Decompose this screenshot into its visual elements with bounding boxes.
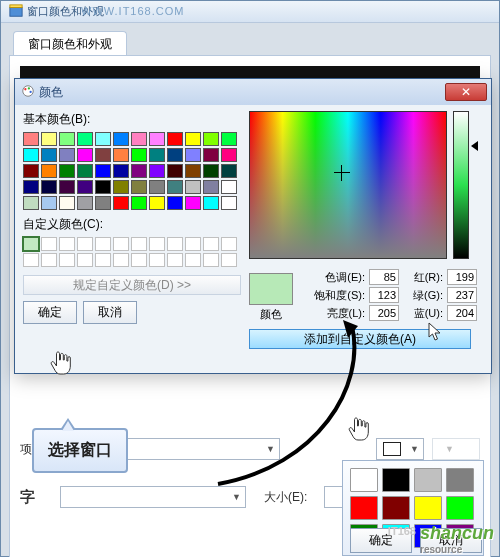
mini-color-swatch[interactable] xyxy=(446,496,474,520)
basic-color-swatch[interactable] xyxy=(59,132,75,146)
custom-color-swatch[interactable] xyxy=(77,237,93,251)
basic-color-swatch[interactable] xyxy=(59,180,75,194)
luminance-arrow-icon[interactable] xyxy=(471,141,478,151)
basic-color-swatch[interactable] xyxy=(113,132,129,146)
basic-color-swatch[interactable] xyxy=(131,132,147,146)
basic-color-swatch[interactable] xyxy=(131,180,147,194)
mini-color-swatch[interactable] xyxy=(350,468,378,492)
hue-input[interactable] xyxy=(369,269,399,285)
hue-sat-field[interactable] xyxy=(249,111,447,259)
basic-color-swatch[interactable] xyxy=(131,164,147,178)
basic-color-swatch[interactable] xyxy=(131,148,147,162)
blue-input[interactable] xyxy=(447,305,477,321)
mini-color-swatch[interactable] xyxy=(414,496,442,520)
basic-color-swatch[interactable] xyxy=(95,148,111,162)
custom-color-swatch[interactable] xyxy=(131,253,147,267)
basic-color-swatch[interactable] xyxy=(167,148,183,162)
basic-color-swatch[interactable] xyxy=(203,148,219,162)
basic-color-swatch[interactable] xyxy=(113,164,129,178)
sat-input[interactable] xyxy=(369,287,399,303)
basic-color-swatch[interactable] xyxy=(167,196,183,210)
custom-color-swatch[interactable] xyxy=(203,237,219,251)
luminance-bar[interactable] xyxy=(453,111,469,259)
custom-color-swatch[interactable] xyxy=(41,237,57,251)
custom-color-swatch[interactable] xyxy=(131,237,147,251)
custom-color-swatch[interactable] xyxy=(41,253,57,267)
basic-color-swatch[interactable] xyxy=(95,132,111,146)
basic-color-swatch[interactable] xyxy=(203,164,219,178)
basic-color-swatch[interactable] xyxy=(185,148,201,162)
custom-color-swatch[interactable] xyxy=(185,237,201,251)
basic-color-swatch[interactable] xyxy=(41,180,57,194)
basic-color-swatch[interactable] xyxy=(113,180,129,194)
custom-color-swatch[interactable] xyxy=(167,237,183,251)
basic-color-swatch[interactable] xyxy=(59,164,75,178)
basic-color-swatch[interactable] xyxy=(149,164,165,178)
mini-color-swatch[interactable] xyxy=(446,468,474,492)
custom-color-swatch[interactable] xyxy=(95,253,111,267)
custom-color-swatch[interactable] xyxy=(59,237,75,251)
custom-color-swatch[interactable] xyxy=(113,237,129,251)
custom-color-swatch[interactable] xyxy=(185,253,201,267)
basic-color-swatch[interactable] xyxy=(41,164,57,178)
basic-color-swatch[interactable] xyxy=(203,196,219,210)
basic-color-swatch[interactable] xyxy=(185,132,201,146)
basic-color-swatch[interactable] xyxy=(41,148,57,162)
close-button[interactable]: ✕ xyxy=(445,83,487,101)
color1-select[interactable]: ▼ xyxy=(376,438,424,460)
custom-color-swatch[interactable] xyxy=(149,253,165,267)
basic-color-swatch[interactable] xyxy=(59,148,75,162)
basic-color-swatch[interactable] xyxy=(221,148,237,162)
custom-color-swatch[interactable] xyxy=(23,253,39,267)
basic-color-swatch[interactable] xyxy=(77,132,93,146)
custom-color-swatch[interactable] xyxy=(149,237,165,251)
custom-color-swatch[interactable] xyxy=(23,237,39,251)
lum-input[interactable] xyxy=(369,305,399,321)
basic-color-swatch[interactable] xyxy=(221,180,237,194)
basic-color-swatch[interactable] xyxy=(95,196,111,210)
mini-color-swatch[interactable] xyxy=(382,496,410,520)
custom-color-swatch[interactable] xyxy=(113,253,129,267)
mini-color-swatch[interactable] xyxy=(350,496,378,520)
tab-appearance[interactable]: 窗口颜色和外观 xyxy=(13,31,127,55)
basic-color-swatch[interactable] xyxy=(23,148,39,162)
basic-color-swatch[interactable] xyxy=(185,196,201,210)
basic-color-swatch[interactable] xyxy=(95,180,111,194)
basic-color-swatch[interactable] xyxy=(77,164,93,178)
custom-color-swatch[interactable] xyxy=(203,253,219,267)
font-select[interactable]: ▼ xyxy=(60,486,246,508)
basic-color-swatch[interactable] xyxy=(149,132,165,146)
basic-color-swatch[interactable] xyxy=(41,132,57,146)
basic-color-swatch[interactable] xyxy=(131,196,147,210)
basic-color-swatch[interactable] xyxy=(185,164,201,178)
dialog-ok-button[interactable]: 确定 xyxy=(23,301,77,324)
basic-color-swatch[interactable] xyxy=(203,180,219,194)
basic-color-swatch[interactable] xyxy=(185,180,201,194)
basic-color-swatch[interactable] xyxy=(113,196,129,210)
basic-color-swatch[interactable] xyxy=(167,180,183,194)
mini-color-swatch[interactable] xyxy=(382,468,410,492)
basic-color-swatch[interactable] xyxy=(167,164,183,178)
basic-color-swatch[interactable] xyxy=(149,196,165,210)
red-input[interactable] xyxy=(447,269,477,285)
basic-color-swatch[interactable] xyxy=(77,180,93,194)
basic-color-swatch[interactable] xyxy=(23,132,39,146)
dialog-cancel-button[interactable]: 取消 xyxy=(83,301,137,324)
custom-color-swatch[interactable] xyxy=(221,237,237,251)
basic-color-swatch[interactable] xyxy=(95,164,111,178)
basic-color-swatch[interactable] xyxy=(149,148,165,162)
green-input[interactable] xyxy=(447,287,477,303)
basic-color-swatch[interactable] xyxy=(221,132,237,146)
custom-color-swatch[interactable] xyxy=(95,237,111,251)
basic-color-swatch[interactable] xyxy=(23,196,39,210)
custom-color-swatch[interactable] xyxy=(221,253,237,267)
custom-color-swatch[interactable] xyxy=(59,253,75,267)
basic-color-swatch[interactable] xyxy=(203,132,219,146)
basic-color-swatch[interactable] xyxy=(23,180,39,194)
basic-color-swatch[interactable] xyxy=(59,196,75,210)
mini-color-swatch[interactable] xyxy=(414,468,442,492)
basic-color-swatch[interactable] xyxy=(77,196,93,210)
basic-color-swatch[interactable] xyxy=(221,164,237,178)
basic-color-swatch[interactable] xyxy=(41,196,57,210)
basic-color-swatch[interactable] xyxy=(113,148,129,162)
